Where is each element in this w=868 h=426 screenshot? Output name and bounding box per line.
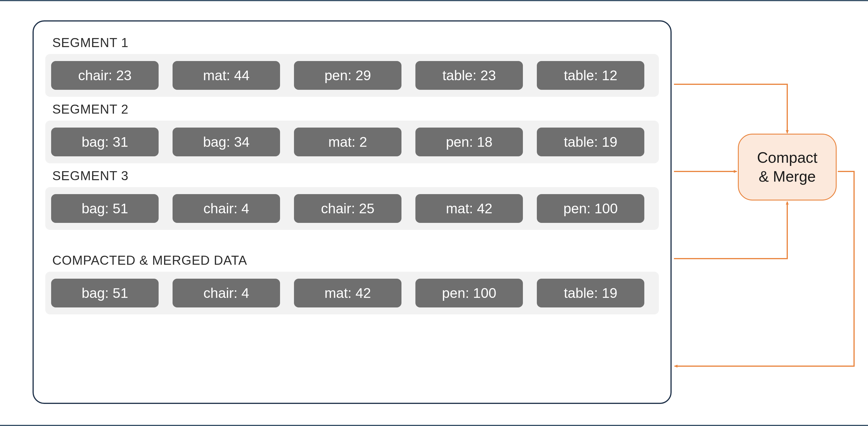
arrow-segment-3-to-process — [674, 202, 787, 258]
output-title: COMPACTED & MERGED DATA — [52, 253, 659, 268]
segment-1-item-1: mat: 44 — [173, 61, 280, 90]
output-item-3: pen: 100 — [415, 279, 523, 307]
segment-2-row: bag: 31 bag: 34 mat: 2 pen: 18 table: 19 — [45, 121, 659, 163]
arrow-segment-1-to-process — [674, 84, 787, 133]
segment-3-title: SEGMENT 3 — [52, 169, 659, 183]
page-top-border — [0, 0, 868, 1]
compact-merge-process: Compact & Merge — [738, 134, 837, 201]
segment-2-title: SEGMENT 2 — [52, 102, 659, 117]
compact-merge-line1: Compact — [757, 148, 817, 167]
segment-1-item-3: table: 23 — [415, 61, 523, 90]
page-bottom-border — [0, 425, 868, 426]
segment-1-item-0: chair: 23 — [51, 61, 159, 90]
segment-1-item-2: pen: 29 — [294, 61, 401, 90]
output-item-4: table: 19 — [537, 279, 644, 307]
segment-3-item-2: chair: 25 — [294, 194, 401, 223]
segment-3-item-3: mat: 42 — [415, 194, 523, 223]
segment-2-item-4: table: 19 — [537, 128, 644, 156]
segment-3-item-1: chair: 4 — [173, 194, 280, 223]
output-row: bag: 51 chair: 4 mat: 42 pen: 100 table:… — [45, 272, 659, 314]
output-item-0: bag: 51 — [51, 279, 159, 307]
arrow-process-to-output — [675, 172, 854, 366]
compact-merge-line2: & Merge — [759, 167, 816, 186]
segment-3-item-0: bag: 51 — [51, 194, 159, 223]
output-item-2: mat: 42 — [294, 279, 401, 307]
segment-1-title: SEGMENT 1 — [52, 35, 659, 50]
output-item-1: chair: 4 — [173, 279, 280, 307]
segment-1-item-4: table: 12 — [537, 61, 644, 90]
segment-3-row: bag: 51 chair: 4 chair: 25 mat: 42 pen: … — [45, 187, 659, 230]
segment-2-item-0: bag: 31 — [51, 128, 159, 156]
segment-1-row: chair: 23 mat: 44 pen: 29 table: 23 tabl… — [45, 54, 659, 97]
segment-2-item-2: mat: 2 — [294, 128, 401, 156]
segments-panel: SEGMENT 1 chair: 23 mat: 44 pen: 29 tabl… — [33, 20, 672, 404]
segment-2-item-1: bag: 34 — [173, 128, 280, 156]
segment-2-item-3: pen: 18 — [415, 128, 523, 156]
segment-3-item-4: pen: 100 — [537, 194, 644, 223]
